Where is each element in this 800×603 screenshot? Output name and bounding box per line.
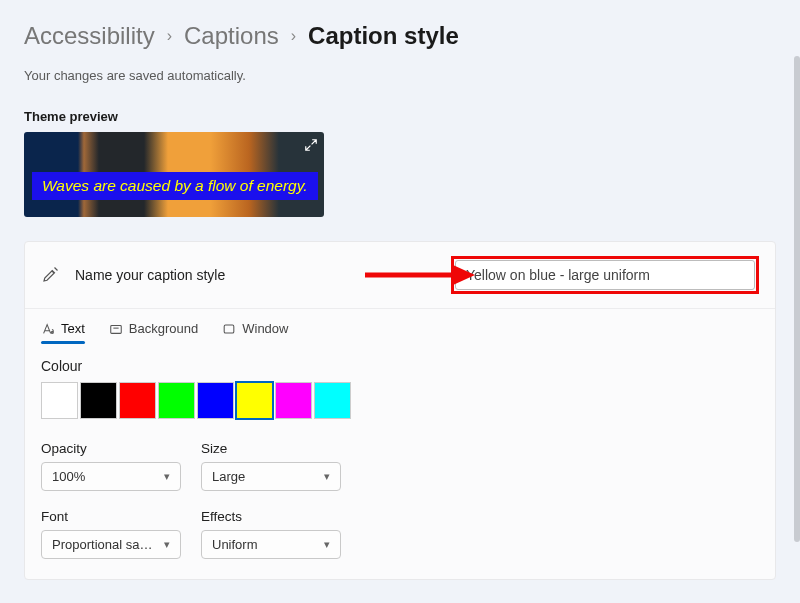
colour-label: Colour — [41, 358, 759, 374]
colour-swatch-3[interactable] — [158, 382, 195, 419]
theme-preview-label: Theme preview — [24, 109, 776, 124]
effects-label: Effects — [201, 509, 341, 524]
effects-dropdown[interactable]: Uniform ▾ — [201, 530, 341, 559]
size-label: Size — [201, 441, 341, 456]
theme-preview[interactable]: Waves are caused by a flow of energy. — [24, 132, 324, 217]
breadcrumb-accessibility[interactable]: Accessibility — [24, 22, 155, 50]
colour-swatch-0[interactable] — [41, 382, 78, 419]
chevron-right-icon: › — [167, 27, 172, 45]
effects-value: Uniform — [212, 537, 258, 552]
colour-swatch-6[interactable] — [275, 382, 312, 419]
font-value: Proportional san... — [52, 537, 157, 552]
font-dropdown[interactable]: Proportional san... ▾ — [41, 530, 181, 559]
name-row: Name your caption style — [25, 242, 775, 309]
preview-caption-text: Waves are caused by a flow of energy. — [32, 172, 318, 200]
svg-rect-3 — [224, 325, 234, 333]
colour-swatch-4[interactable] — [197, 382, 234, 419]
background-icon — [109, 322, 123, 336]
colour-swatch-row — [41, 382, 759, 419]
caption-style-name-input[interactable] — [455, 260, 755, 290]
colour-swatch-5[interactable] — [236, 382, 273, 419]
breadcrumb: Accessibility › Captions › Caption style — [24, 22, 776, 50]
autosave-note: Your changes are saved automatically. — [24, 68, 776, 83]
name-input-highlight — [451, 256, 759, 294]
tab-background[interactable]: Background — [109, 321, 198, 344]
caption-style-panel: Name your caption style Text Backgrou — [24, 241, 776, 580]
chevron-down-icon: ▾ — [324, 538, 330, 551]
tab-window[interactable]: Window — [222, 321, 288, 344]
text-section: Colour Opacity 100% ▾ Size Large ▾ — [25, 344, 775, 579]
vertical-scrollbar[interactable] — [794, 56, 800, 542]
text-icon — [41, 322, 55, 336]
expand-icon[interactable] — [304, 138, 318, 155]
colour-swatch-1[interactable] — [80, 382, 117, 419]
chevron-down-icon: ▾ — [164, 470, 170, 483]
colour-swatch-2[interactable] — [119, 382, 156, 419]
opacity-value: 100% — [52, 469, 85, 484]
tab-label: Background — [129, 321, 198, 336]
chevron-right-icon: › — [291, 27, 296, 45]
chevron-down-icon: ▾ — [324, 470, 330, 483]
size-dropdown[interactable]: Large ▾ — [201, 462, 341, 491]
tab-label: Text — [61, 321, 85, 336]
breadcrumb-captions[interactable]: Captions — [184, 22, 279, 50]
window-icon — [222, 322, 236, 336]
svg-rect-2 — [111, 325, 122, 333]
style-tabs: Text Background Window — [25, 309, 775, 344]
opacity-dropdown[interactable]: 100% ▾ — [41, 462, 181, 491]
opacity-label: Opacity — [41, 441, 181, 456]
breadcrumb-caption-style: Caption style — [308, 22, 459, 50]
edit-style-icon — [41, 266, 59, 284]
chevron-down-icon: ▾ — [164, 538, 170, 551]
size-value: Large — [212, 469, 245, 484]
tab-label: Window — [242, 321, 288, 336]
name-prompt: Name your caption style — [75, 267, 225, 283]
font-label: Font — [41, 509, 181, 524]
colour-swatch-7[interactable] — [314, 382, 351, 419]
tab-text[interactable]: Text — [41, 321, 85, 344]
